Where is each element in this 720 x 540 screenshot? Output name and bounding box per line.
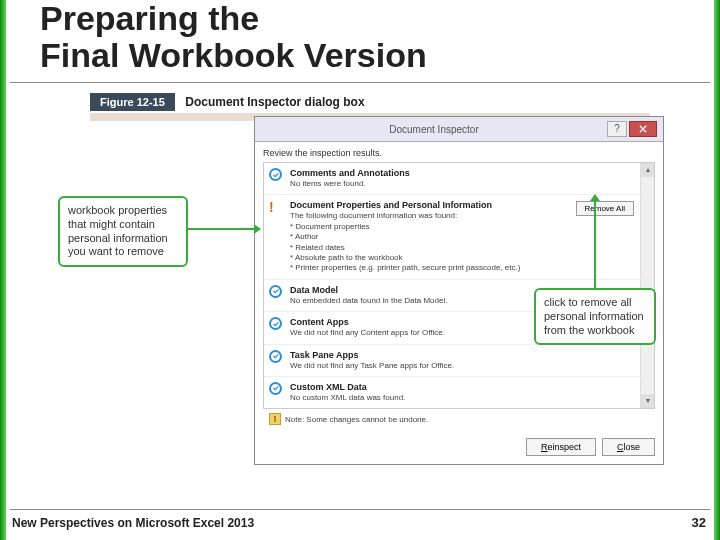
bullet: * Absolute path to the workbook [290,253,636,263]
item-desc: We did not find any Task Pane apps for O… [290,361,636,371]
item-desc-text: The following document information was f… [290,211,457,220]
figure-caption: Document Inspector dialog box [185,95,364,109]
title-underline [10,82,710,83]
remove-all-button[interactable]: Remove All [576,201,634,216]
bullet: * Printer properties (e.g. printer path,… [290,263,636,273]
bullet: * Related dates [290,243,636,253]
review-instruction: Review the inspection results. [263,148,655,158]
help-button[interactable]: ? [607,121,627,137]
dialog-titlebar: Document Inspector ? [255,117,663,142]
page-number: 32 [692,515,706,530]
close-button[interactable]: Close [602,438,655,456]
item-title: Comments and Annotations [290,168,636,178]
figure-label: Figure 12-15 [90,93,175,111]
arrow-right-icon [254,224,261,234]
close-icon[interactable] [629,121,657,137]
item-desc: No custom XML data was found. [290,393,636,403]
bullet: * Author [290,232,636,242]
note-text: Note: Some changes cannot be undone. [285,415,428,424]
item-desc: The following document information was f… [290,211,636,273]
result-item: Comments and Annotations No items were f… [264,163,654,195]
title-line1: Preparing the [40,0,427,37]
dialog-footer: Reinspect Close [255,433,663,464]
dialog-title: Document Inspector [261,124,607,135]
callout-right-text: click to remove all personal information… [544,296,644,336]
item-title: Custom XML Data [290,382,636,392]
item-title: Task Pane Apps [290,350,636,360]
callout-left: workbook properties that might contain p… [58,196,188,267]
check-icon [269,317,283,331]
note-row: ! Note: Some changes cannot be undone. [263,409,655,429]
check-icon [269,285,283,299]
warning-note-icon: ! [269,413,281,425]
title-line2: Final Workbook Version [40,37,427,74]
item-desc: No items were found. [290,179,636,189]
slide-right-accent [714,0,720,540]
check-icon [269,168,283,182]
arrow-up-icon [590,194,600,201]
reinspect-button[interactable]: Reinspect [526,438,596,456]
slide-title: Preparing the Final Workbook Version [40,0,427,75]
footer-divider [10,509,710,510]
result-item: Custom XML Data No custom XML data was f… [264,377,654,408]
callout-left-text: workbook properties that might contain p… [68,204,168,257]
bullet: * Document properties [290,222,636,232]
dialog-window-buttons: ? [607,121,657,137]
check-icon [269,382,283,396]
footer-text: New Perspectives on Microsoft Excel 2013 [12,516,254,530]
warning-icon: ! [269,200,283,214]
check-icon [269,350,283,364]
result-item: Task Pane Apps We did not find any Task … [264,345,654,377]
callout-right: click to remove all personal information… [534,288,656,345]
slide-left-accent [0,0,6,540]
callout-right-connector [594,200,596,288]
callout-left-connector [188,228,254,230]
